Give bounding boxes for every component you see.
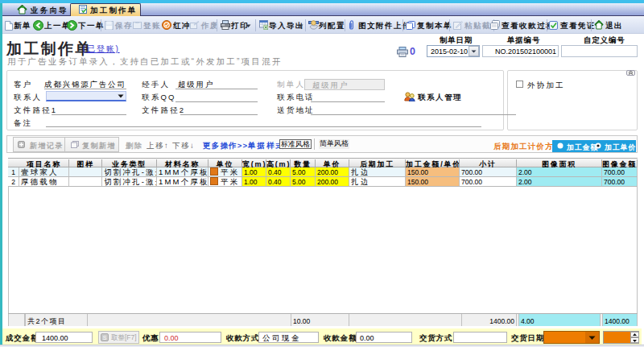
svg-text:S: S [103,335,107,341]
